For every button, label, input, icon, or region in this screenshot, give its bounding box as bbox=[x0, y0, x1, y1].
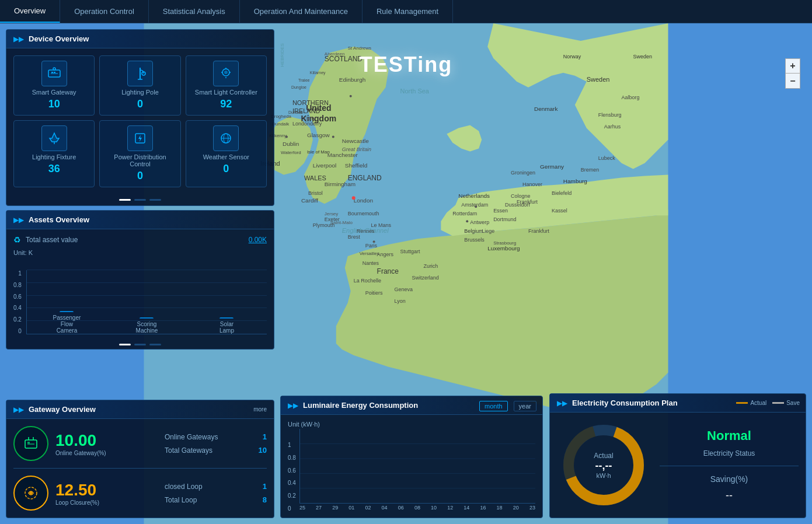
svg-point-96 bbox=[285, 136, 288, 138]
assets-overview-icon: ▶▶ bbox=[13, 216, 24, 224]
gateway-panel-more: more bbox=[253, 406, 267, 413]
controller-value: 92 bbox=[220, 98, 232, 110]
svg-text:Rennes: Rennes bbox=[357, 228, 375, 234]
svg-point-94 bbox=[332, 136, 334, 138]
nav-statistical-analysis[interactable]: Statistical Analysis bbox=[149, 0, 240, 23]
device-item-sensor[interactable]: Weather Sensor 0 bbox=[186, 120, 267, 187]
device-item-fixture[interactable]: Lighting Fixture 36 bbox=[13, 120, 95, 187]
gateway-icon bbox=[41, 61, 67, 86]
svg-point-95 bbox=[352, 196, 356, 200]
lum-y-08: 0.8 bbox=[288, 455, 296, 461]
svg-point-93 bbox=[350, 95, 352, 97]
x-23: 23 bbox=[529, 505, 535, 511]
donut-actual-label: Actual bbox=[594, 452, 613, 460]
device-grid: Smart Gateway 10 Lighting Pole 0 Smart L… bbox=[6, 48, 274, 194]
chart-bars-area: PassengerFlowCamera ScoringMachine Solar… bbox=[26, 270, 267, 334]
svg-rect-105 bbox=[54, 72, 55, 73]
gateway-online-info: 10.00 Online Gateway(%) bbox=[55, 431, 158, 456]
electricity-panel: ▶▶ Electricity Consumption Plan Actual S… bbox=[549, 393, 806, 518]
device-item-power[interactable]: Power Distribution Control 0 bbox=[99, 120, 180, 187]
y-label-04: 0.4 bbox=[13, 305, 22, 311]
svg-text:Liverpool: Liverpool bbox=[313, 162, 336, 169]
gateway-online-icon bbox=[13, 426, 48, 461]
svg-text:Bournemouth: Bournemouth bbox=[348, 211, 379, 216]
svg-point-114 bbox=[224, 71, 228, 74]
gateway-loop-value: 12.50 bbox=[55, 481, 158, 499]
closed-loop-value: 1 bbox=[263, 482, 267, 491]
total-loop-label: Total Loop bbox=[165, 496, 197, 504]
bar-group-1: PassengerFlowCamera bbox=[27, 270, 107, 334]
svg-point-98 bbox=[475, 205, 477, 208]
device-overview-panel: ▶▶ Device Overview Smart Gateway 10 Ligh… bbox=[6, 29, 274, 206]
svg-marker-115 bbox=[50, 133, 59, 142]
assets-overview-panel: ▶▶ Assets Overview ♻ Total asset value 0… bbox=[6, 210, 274, 350]
svg-text:Aberdeen: Aberdeen bbox=[325, 51, 345, 57]
x-18: 18 bbox=[497, 505, 503, 511]
nav-overview[interactable]: Overview bbox=[0, 0, 60, 23]
tab-month[interactable]: month bbox=[479, 401, 508, 411]
sensor-value: 0 bbox=[223, 163, 229, 175]
svg-text:Dortmund: Dortmund bbox=[493, 216, 516, 222]
device-item-gateway[interactable]: Smart Gateway 10 bbox=[13, 55, 95, 116]
luminaire-body: Unit (kW·h) 0 0.2 0.4 0.6 0.8 1 bbox=[281, 415, 542, 518]
chart-y-labels: 0 0.2 0.4 0.6 0.8 1 bbox=[13, 270, 22, 334]
svg-text:Essen: Essen bbox=[493, 208, 508, 214]
electricity-saving-label: Saving(%) bbox=[710, 474, 748, 484]
svg-text:Liege: Liege bbox=[482, 228, 494, 234]
svg-text:Hamburg: Hamburg bbox=[563, 178, 587, 184]
device-item-pole[interactable]: Lighting Pole 0 bbox=[99, 55, 180, 116]
dot-2 bbox=[134, 199, 146, 201]
svg-text:Poitiers: Poitiers bbox=[365, 290, 383, 296]
lum-y-1: 1 bbox=[288, 442, 296, 448]
x-01: 01 bbox=[349, 505, 354, 511]
zoom-out-button[interactable]: − bbox=[785, 74, 800, 89]
electricity-body: Actual --,-- kW·h Normal Electricity Sta… bbox=[550, 413, 806, 518]
gateway-loop-percent-label: Loop Closure(%) bbox=[55, 499, 158, 506]
power-value: 0 bbox=[137, 170, 143, 182]
luminaire-tabs: month year bbox=[479, 401, 536, 411]
power-label: Power Distribution Control bbox=[104, 153, 175, 167]
svg-text:London: London bbox=[354, 197, 373, 204]
nav-operation-maintenance[interactable]: Operation And Maintenance bbox=[240, 0, 363, 23]
gateway-panel-title: Gateway Overview bbox=[29, 405, 96, 414]
x-10: 10 bbox=[431, 505, 437, 511]
svg-text:WALES: WALES bbox=[304, 174, 326, 181]
nav-rule-management[interactable]: Rule Management bbox=[363, 0, 453, 23]
x-27: 27 bbox=[316, 505, 322, 511]
closed-loop-row: closed Loop 1 bbox=[165, 482, 267, 491]
map-zoom-controls: + − bbox=[785, 58, 800, 89]
svg-text:ENGLAND: ENGLAND bbox=[348, 174, 382, 182]
gateway-body: 10.00 Online Gateway(%) Online Gateways … bbox=[6, 419, 274, 518]
nav-operation-control[interactable]: Operation Control bbox=[60, 0, 149, 23]
pole-icon bbox=[127, 61, 153, 86]
y-label-0: 0 bbox=[13, 328, 22, 334]
x-20: 20 bbox=[513, 505, 519, 511]
controller-icon bbox=[213, 61, 239, 86]
svg-text:Zurich: Zurich bbox=[423, 263, 438, 269]
svg-text:Saint-Malo: Saint-Malo bbox=[330, 220, 353, 225]
x-16: 16 bbox=[480, 505, 486, 511]
gateway-value: 10 bbox=[48, 98, 60, 110]
legend-save: Save bbox=[772, 400, 800, 406]
device-overview-icon: ▶▶ bbox=[13, 35, 24, 43]
legend-actual-line bbox=[736, 402, 748, 404]
assets-dot-3 bbox=[149, 344, 161, 345]
svg-text:Derry: Derry bbox=[304, 116, 315, 121]
electricity-icon: ▶▶ bbox=[557, 399, 567, 407]
fixture-value: 36 bbox=[48, 163, 60, 175]
device-overview-header: ▶▶ Device Overview bbox=[6, 30, 274, 48]
donut-chart: Actual --,-- kW·h bbox=[557, 418, 650, 512]
online-gateways-row: Online Gateways 1 bbox=[165, 432, 267, 441]
assets-overview-header: ▶▶ Assets Overview bbox=[6, 211, 274, 229]
svg-text:Netherlands: Netherlands bbox=[458, 193, 490, 199]
tab-year[interactable]: year bbox=[514, 401, 536, 411]
dot-3 bbox=[149, 199, 161, 201]
x-25: 25 bbox=[299, 505, 305, 511]
lum-chart-area: 0 0.2 0.4 0.6 0.8 1 25 bbox=[288, 430, 535, 512]
svg-text:Bielefeld: Bielefeld bbox=[552, 190, 571, 196]
svg-text:Frankfurt: Frankfurt bbox=[517, 199, 538, 205]
zoom-in-button[interactable]: + bbox=[785, 58, 800, 74]
total-gateways-row: Total Gateways 10 bbox=[165, 446, 267, 455]
x-29: 29 bbox=[332, 505, 338, 511]
device-item-controller[interactable]: Smart Light Controller 92 bbox=[186, 55, 267, 116]
